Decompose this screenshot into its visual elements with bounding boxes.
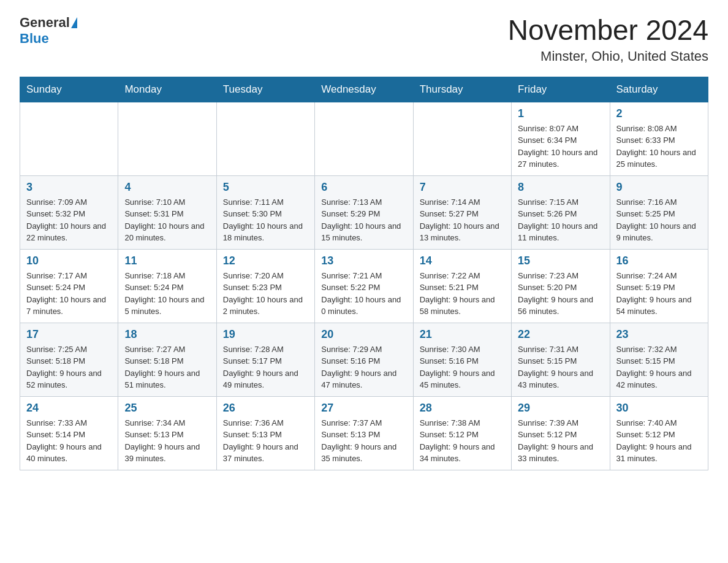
logo: General Blue [20, 15, 77, 47]
logo-triangle-icon [71, 17, 77, 28]
day-cell: 24Sunrise: 7:33 AM Sunset: 5:14 PM Dayli… [20, 396, 118, 470]
day-number: 9 [616, 181, 702, 194]
day-number: 26 [223, 402, 308, 415]
title-area: November 2024 Minster, Ohio, United Stat… [508, 15, 708, 64]
day-number: 30 [616, 402, 702, 415]
day-number: 25 [124, 402, 210, 415]
day-number: 18 [124, 328, 210, 341]
day-cell: 26Sunrise: 7:36 AM Sunset: 5:13 PM Dayli… [216, 396, 314, 470]
day-cell: 16Sunrise: 7:24 AM Sunset: 5:19 PM Dayli… [610, 249, 708, 323]
day-info: Sunrise: 7:18 AM Sunset: 5:24 PM Dayligh… [124, 270, 210, 318]
day-info: Sunrise: 7:17 AM Sunset: 5:24 PM Dayligh… [26, 270, 112, 318]
header-cell-tuesday: Tuesday [216, 77, 314, 102]
day-info: Sunrise: 7:25 AM Sunset: 5:18 PM Dayligh… [26, 343, 112, 391]
day-number: 14 [420, 255, 505, 267]
day-number: 24 [26, 402, 112, 415]
day-number: 2 [616, 107, 702, 120]
day-info: Sunrise: 7:31 AM Sunset: 5:15 PM Dayligh… [518, 343, 603, 391]
day-number: 16 [616, 255, 702, 267]
day-info: Sunrise: 7:16 AM Sunset: 5:25 PM Dayligh… [616, 196, 702, 244]
day-info: Sunrise: 7:10 AM Sunset: 5:31 PM Dayligh… [124, 196, 210, 244]
header-cell-wednesday: Wednesday [315, 77, 413, 102]
day-number: 29 [518, 402, 603, 415]
calendar-header: SundayMondayTuesdayWednesdayThursdayFrid… [20, 77, 708, 102]
day-cell: 14Sunrise: 7:22 AM Sunset: 5:21 PM Dayli… [413, 249, 511, 323]
week-row-3: 17Sunrise: 7:25 AM Sunset: 5:18 PM Dayli… [20, 323, 708, 396]
day-cell: 7Sunrise: 7:14 AM Sunset: 5:27 PM Daylig… [413, 175, 511, 249]
header-cell-thursday: Thursday [413, 77, 511, 102]
day-number: 23 [616, 328, 702, 341]
day-number: 12 [223, 255, 308, 267]
day-info: Sunrise: 7:38 AM Sunset: 5:12 PM Dayligh… [420, 417, 505, 465]
day-cell: 4Sunrise: 7:10 AM Sunset: 5:31 PM Daylig… [118, 175, 216, 249]
day-cell [413, 102, 511, 175]
header-cell-friday: Friday [512, 77, 610, 102]
day-cell: 22Sunrise: 7:31 AM Sunset: 5:15 PM Dayli… [512, 323, 610, 396]
day-cell: 12Sunrise: 7:20 AM Sunset: 5:23 PM Dayli… [216, 249, 314, 323]
day-cell: 18Sunrise: 7:27 AM Sunset: 5:18 PM Dayli… [118, 323, 216, 396]
day-number: 3 [26, 181, 112, 194]
day-cell: 21Sunrise: 7:30 AM Sunset: 5:16 PM Dayli… [413, 323, 511, 396]
day-cell: 29Sunrise: 7:39 AM Sunset: 5:12 PM Dayli… [512, 396, 610, 470]
month-title: November 2024 [508, 15, 708, 46]
day-number: 5 [223, 181, 308, 194]
day-cell: 17Sunrise: 7:25 AM Sunset: 5:18 PM Dayli… [20, 323, 118, 396]
day-number: 27 [321, 402, 406, 415]
day-cell: 20Sunrise: 7:29 AM Sunset: 5:16 PM Dayli… [315, 323, 413, 396]
day-info: Sunrise: 7:15 AM Sunset: 5:26 PM Dayligh… [518, 196, 603, 244]
day-cell: 6Sunrise: 7:13 AM Sunset: 5:29 PM Daylig… [315, 175, 413, 249]
day-info: Sunrise: 7:40 AM Sunset: 5:12 PM Dayligh… [616, 417, 702, 465]
day-number: 13 [321, 255, 406, 267]
day-info: Sunrise: 7:20 AM Sunset: 5:23 PM Dayligh… [223, 270, 308, 318]
day-cell [20, 102, 118, 175]
day-cell: 15Sunrise: 7:23 AM Sunset: 5:20 PM Dayli… [512, 249, 610, 323]
week-row-0: 1Sunrise: 8:07 AM Sunset: 6:34 PM Daylig… [20, 102, 708, 175]
day-cell: 19Sunrise: 7:28 AM Sunset: 5:17 PM Dayli… [216, 323, 314, 396]
logo-general-text: General [20, 15, 70, 31]
day-number: 15 [518, 255, 603, 267]
day-cell [216, 102, 314, 175]
day-cell: 30Sunrise: 7:40 AM Sunset: 5:12 PM Dayli… [610, 396, 708, 470]
day-number: 17 [26, 328, 112, 341]
header: General Blue November 2024 Minster, Ohio… [20, 15, 708, 64]
day-cell: 13Sunrise: 7:21 AM Sunset: 5:22 PM Dayli… [315, 249, 413, 323]
day-cell: 23Sunrise: 7:32 AM Sunset: 5:15 PM Dayli… [610, 323, 708, 396]
day-number: 21 [420, 328, 505, 341]
day-cell: 28Sunrise: 7:38 AM Sunset: 5:12 PM Dayli… [413, 396, 511, 470]
day-cell [315, 102, 413, 175]
day-number: 10 [26, 255, 112, 267]
calendar-table: SundayMondayTuesdayWednesdayThursdayFrid… [20, 77, 708, 470]
day-info: Sunrise: 7:22 AM Sunset: 5:21 PM Dayligh… [420, 270, 505, 318]
day-info: Sunrise: 7:27 AM Sunset: 5:18 PM Dayligh… [124, 343, 210, 391]
day-number: 7 [420, 181, 505, 194]
day-info: Sunrise: 7:14 AM Sunset: 5:27 PM Dayligh… [420, 196, 505, 244]
week-row-2: 10Sunrise: 7:17 AM Sunset: 5:24 PM Dayli… [20, 249, 708, 323]
day-cell: 9Sunrise: 7:16 AM Sunset: 5:25 PM Daylig… [610, 175, 708, 249]
calendar-body: 1Sunrise: 8:07 AM Sunset: 6:34 PM Daylig… [20, 102, 708, 470]
day-number: 19 [223, 328, 308, 341]
day-number: 22 [518, 328, 603, 341]
day-info: Sunrise: 7:30 AM Sunset: 5:16 PM Dayligh… [420, 343, 505, 391]
week-row-4: 24Sunrise: 7:33 AM Sunset: 5:14 PM Dayli… [20, 396, 708, 470]
day-number: 4 [124, 181, 210, 194]
day-info: Sunrise: 7:39 AM Sunset: 5:12 PM Dayligh… [518, 417, 603, 465]
header-cell-sunday: Sunday [20, 77, 118, 102]
day-number: 11 [124, 255, 210, 267]
day-cell: 11Sunrise: 7:18 AM Sunset: 5:24 PM Dayli… [118, 249, 216, 323]
header-cell-monday: Monday [118, 77, 216, 102]
day-info: Sunrise: 7:37 AM Sunset: 5:13 PM Dayligh… [321, 417, 406, 465]
day-info: Sunrise: 8:07 AM Sunset: 6:34 PM Dayligh… [518, 123, 603, 170]
day-cell: 3Sunrise: 7:09 AM Sunset: 5:32 PM Daylig… [20, 175, 118, 249]
day-info: Sunrise: 7:21 AM Sunset: 5:22 PM Dayligh… [321, 270, 406, 318]
day-number: 1 [518, 107, 603, 120]
day-number: 6 [321, 181, 406, 194]
day-info: Sunrise: 7:13 AM Sunset: 5:29 PM Dayligh… [321, 196, 406, 244]
day-info: Sunrise: 7:09 AM Sunset: 5:32 PM Dayligh… [26, 196, 112, 244]
day-info: Sunrise: 7:23 AM Sunset: 5:20 PM Dayligh… [518, 270, 603, 318]
location: Minster, Ohio, United States [508, 48, 708, 64]
day-info: Sunrise: 8:08 AM Sunset: 6:33 PM Dayligh… [616, 123, 702, 170]
day-cell: 2Sunrise: 8:08 AM Sunset: 6:33 PM Daylig… [610, 102, 708, 175]
day-number: 8 [518, 181, 603, 194]
day-info: Sunrise: 7:29 AM Sunset: 5:16 PM Dayligh… [321, 343, 406, 391]
day-cell: 25Sunrise: 7:34 AM Sunset: 5:13 PM Dayli… [118, 396, 216, 470]
